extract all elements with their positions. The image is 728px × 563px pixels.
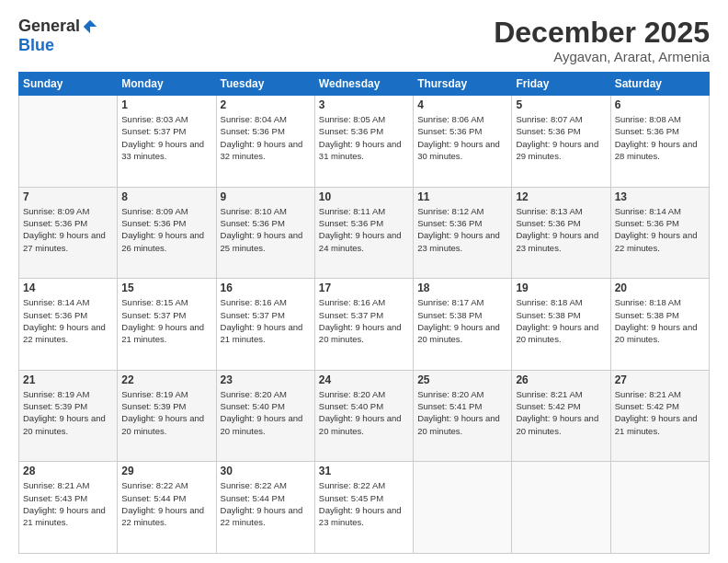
day-number: 15	[121, 282, 211, 294]
day-info: Sunrise: 8:20 AMSunset: 5:40 PMDaylight:…	[319, 388, 409, 437]
day-info: Sunrise: 8:22 AMSunset: 5:44 PMDaylight:…	[221, 479, 311, 528]
calendar-week-row: 1Sunrise: 8:03 AMSunset: 5:37 PMDaylight…	[19, 96, 710, 188]
day-number: 23	[221, 373, 311, 386]
day-number: 16	[221, 282, 311, 294]
logo-general: General	[18, 17, 80, 36]
calendar-cell: 25Sunrise: 8:20 AMSunset: 5:41 PMDayligh…	[414, 370, 512, 462]
logo-blue-text: Blue	[18, 36, 54, 54]
calendar-cell: 28Sunrise: 8:21 AMSunset: 5:43 PMDayligh…	[19, 462, 118, 554]
day-number: 21	[23, 373, 113, 386]
day-number: 5	[516, 98, 606, 111]
day-number: 22	[121, 373, 211, 386]
day-info: Sunrise: 8:18 AMSunset: 5:38 PMDaylight:…	[516, 296, 606, 345]
calendar-cell: 26Sunrise: 8:21 AMSunset: 5:42 PMDayligh…	[512, 370, 610, 462]
day-number: 10	[319, 190, 409, 203]
day-number: 20	[615, 282, 705, 294]
day-info: Sunrise: 8:21 AMSunset: 5:42 PMDaylight:…	[615, 388, 705, 437]
logo-icon	[82, 18, 98, 35]
day-number: 13	[615, 190, 705, 203]
day-info: Sunrise: 8:16 AMSunset: 5:37 PMDaylight:…	[221, 296, 311, 345]
day-number: 29	[121, 465, 211, 477]
day-info: Sunrise: 8:19 AMSunset: 5:39 PMDaylight:…	[121, 388, 211, 437]
day-number: 8	[121, 190, 211, 203]
column-header-tuesday: Tuesday	[216, 73, 314, 96]
day-info: Sunrise: 8:20 AMSunset: 5:41 PMDaylight:…	[417, 388, 507, 437]
calendar-cell: 12Sunrise: 8:13 AMSunset: 5:36 PMDayligh…	[512, 187, 610, 279]
calendar-cell: 3Sunrise: 8:05 AMSunset: 5:36 PMDaylight…	[314, 96, 413, 188]
day-info: Sunrise: 8:09 AMSunset: 5:36 PMDaylight:…	[121, 205, 211, 254]
column-header-monday: Monday	[118, 73, 216, 96]
day-info: Sunrise: 8:22 AMSunset: 5:45 PMDaylight:…	[319, 479, 409, 528]
day-number: 31	[319, 465, 409, 477]
calendar-week-row: 28Sunrise: 8:21 AMSunset: 5:43 PMDayligh…	[19, 462, 710, 554]
day-number: 19	[516, 282, 606, 294]
day-info: Sunrise: 8:14 AMSunset: 5:36 PMDaylight:…	[23, 296, 113, 345]
calendar-cell: 7Sunrise: 8:09 AMSunset: 5:36 PMDaylight…	[19, 187, 118, 279]
calendar-header-row: SundayMondayTuesdayWednesdayThursdayFrid…	[19, 73, 710, 96]
calendar-cell: 15Sunrise: 8:15 AMSunset: 5:37 PMDayligh…	[118, 279, 216, 371]
calendar-cell: 31Sunrise: 8:22 AMSunset: 5:45 PMDayligh…	[314, 462, 413, 554]
calendar-cell: 30Sunrise: 8:22 AMSunset: 5:44 PMDayligh…	[216, 462, 314, 554]
location-subtitle: Aygavan, Ararat, Armenia	[494, 49, 710, 64]
day-info: Sunrise: 8:03 AMSunset: 5:37 PMDaylight:…	[121, 113, 211, 162]
calendar-cell: 13Sunrise: 8:14 AMSunset: 5:36 PMDayligh…	[610, 187, 709, 279]
column-header-wednesday: Wednesday	[314, 73, 413, 96]
calendar-cell: 1Sunrise: 8:03 AMSunset: 5:37 PMDaylight…	[118, 96, 216, 188]
calendar-cell: 14Sunrise: 8:14 AMSunset: 5:36 PMDayligh…	[19, 279, 118, 371]
day-number: 26	[516, 373, 606, 386]
day-info: Sunrise: 8:22 AMSunset: 5:44 PMDaylight:…	[121, 479, 211, 528]
calendar-cell: 27Sunrise: 8:21 AMSunset: 5:42 PMDayligh…	[610, 370, 709, 462]
day-number: 18	[417, 282, 507, 294]
calendar-cell: 11Sunrise: 8:12 AMSunset: 5:36 PMDayligh…	[414, 187, 512, 279]
day-info: Sunrise: 8:19 AMSunset: 5:39 PMDaylight:…	[23, 388, 113, 437]
column-header-saturday: Saturday	[610, 73, 709, 96]
day-info: Sunrise: 8:08 AMSunset: 5:36 PMDaylight:…	[615, 113, 705, 162]
day-number: 2	[221, 98, 311, 111]
day-number: 1	[121, 98, 211, 111]
column-header-sunday: Sunday	[19, 73, 118, 96]
day-info: Sunrise: 8:12 AMSunset: 5:36 PMDaylight:…	[417, 205, 507, 254]
day-info: Sunrise: 8:16 AMSunset: 5:37 PMDaylight:…	[319, 296, 409, 345]
day-number: 27	[615, 373, 705, 386]
column-header-thursday: Thursday	[414, 73, 512, 96]
day-info: Sunrise: 8:10 AMSunset: 5:36 PMDaylight:…	[221, 205, 311, 254]
header: General Blue December 2025 Aygavan, Arar…	[18, 17, 710, 64]
calendar-cell: 23Sunrise: 8:20 AMSunset: 5:40 PMDayligh…	[216, 370, 314, 462]
day-number: 7	[23, 190, 113, 203]
calendar-cell: 16Sunrise: 8:16 AMSunset: 5:37 PMDayligh…	[216, 279, 314, 371]
day-number: 28	[23, 465, 113, 477]
calendar-cell: 22Sunrise: 8:19 AMSunset: 5:39 PMDayligh…	[118, 370, 216, 462]
day-number: 6	[615, 98, 705, 111]
day-info: Sunrise: 8:11 AMSunset: 5:36 PMDaylight:…	[319, 205, 409, 254]
day-info: Sunrise: 8:15 AMSunset: 5:37 PMDaylight:…	[121, 296, 211, 345]
calendar-cell: 21Sunrise: 8:19 AMSunset: 5:39 PMDayligh…	[19, 370, 118, 462]
title-block: December 2025 Aygavan, Ararat, Armenia	[494, 17, 710, 64]
calendar-cell: 17Sunrise: 8:16 AMSunset: 5:37 PMDayligh…	[314, 279, 413, 371]
column-header-friday: Friday	[512, 73, 610, 96]
calendar-table: SundayMondayTuesdayWednesdayThursdayFrid…	[18, 72, 710, 554]
calendar-cell: 5Sunrise: 8:07 AMSunset: 5:36 PMDaylight…	[512, 96, 610, 188]
day-info: Sunrise: 8:21 AMSunset: 5:42 PMDaylight:…	[516, 388, 606, 437]
day-number: 12	[516, 190, 606, 203]
calendar-week-row: 7Sunrise: 8:09 AMSunset: 5:36 PMDaylight…	[19, 187, 710, 279]
day-info: Sunrise: 8:14 AMSunset: 5:36 PMDaylight:…	[615, 205, 705, 254]
calendar-cell: 4Sunrise: 8:06 AMSunset: 5:36 PMDaylight…	[414, 96, 512, 188]
calendar-cell: 18Sunrise: 8:17 AMSunset: 5:38 PMDayligh…	[414, 279, 512, 371]
page: General Blue December 2025 Aygavan, Arar…	[0, 0, 728, 563]
logo-text: General	[18, 17, 98, 36]
day-number: 9	[221, 190, 311, 203]
calendar-cell: 8Sunrise: 8:09 AMSunset: 5:36 PMDaylight…	[118, 187, 216, 279]
day-number: 24	[319, 373, 409, 386]
calendar-cell	[414, 462, 512, 554]
calendar-cell: 24Sunrise: 8:20 AMSunset: 5:40 PMDayligh…	[314, 370, 413, 462]
day-info: Sunrise: 8:09 AMSunset: 5:36 PMDaylight:…	[23, 205, 113, 254]
day-number: 3	[319, 98, 409, 111]
logo: General Blue	[18, 17, 98, 55]
day-number: 4	[417, 98, 507, 111]
calendar-cell: 9Sunrise: 8:10 AMSunset: 5:36 PMDaylight…	[216, 187, 314, 279]
calendar-week-row: 14Sunrise: 8:14 AMSunset: 5:36 PMDayligh…	[19, 279, 710, 371]
day-number: 14	[23, 282, 113, 294]
calendar-cell: 19Sunrise: 8:18 AMSunset: 5:38 PMDayligh…	[512, 279, 610, 371]
day-info: Sunrise: 8:13 AMSunset: 5:36 PMDaylight:…	[516, 205, 606, 254]
calendar-cell	[19, 96, 118, 188]
